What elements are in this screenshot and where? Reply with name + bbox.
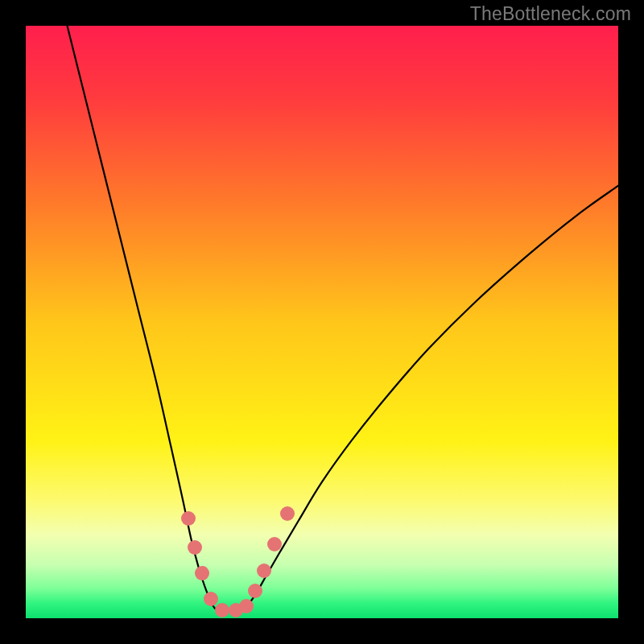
data-marker: [239, 599, 254, 613]
data-marker: [204, 592, 218, 606]
data-marker: [280, 506, 295, 521]
data-marker: [181, 511, 196, 526]
chart-container: TheBottleneck.com: [0, 0, 644, 644]
data-marker: [195, 566, 209, 580]
data-marker: [188, 540, 202, 555]
watermark-text: TheBottleneck.com: [470, 3, 631, 25]
markers-layer: [26, 26, 618, 618]
data-marker: [248, 584, 262, 598]
data-marker: [267, 537, 282, 551]
plot-area: [26, 26, 618, 618]
data-marker: [257, 564, 271, 578]
